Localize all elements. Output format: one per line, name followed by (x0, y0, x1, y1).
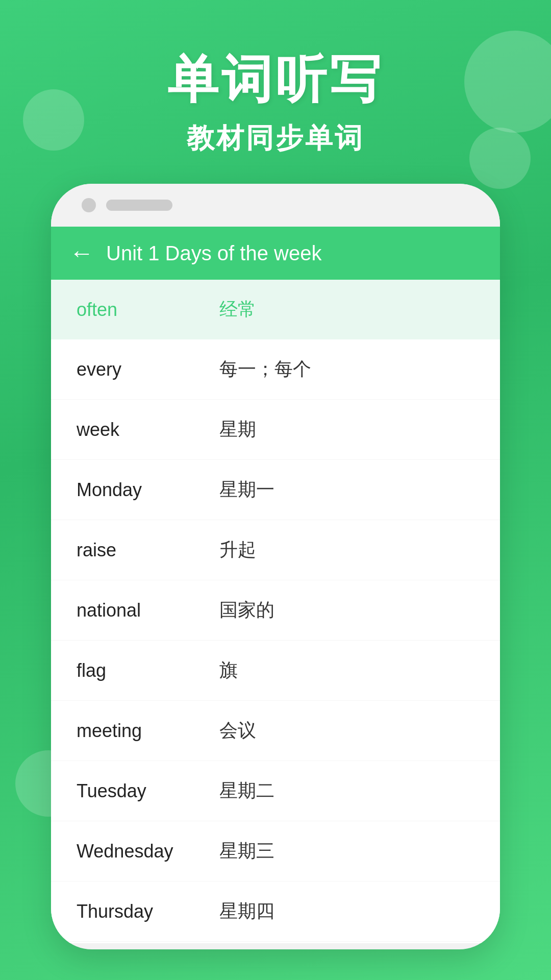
nav-title: Unit 1 Days of the week (106, 242, 321, 265)
word-chinese: 星期四 (219, 899, 274, 924)
word-english: Thursday (77, 901, 199, 922)
word-chinese: 会议 (219, 718, 256, 743)
word-item[interactable]: Thursday星期四 (51, 881, 500, 942)
word-chinese: 星期 (219, 417, 256, 442)
word-english: flag (77, 660, 199, 681)
word-item[interactable]: national国家的 (51, 580, 500, 641)
word-item[interactable]: often经常 (51, 280, 500, 339)
phone-camera (82, 198, 96, 212)
word-item[interactable]: Friday星期五 (51, 942, 500, 943)
header-area: 单词听写 教材同步单词 (0, 46, 551, 157)
word-english: Wednesday (77, 841, 199, 862)
word-item[interactable]: meeting会议 (51, 701, 500, 761)
word-chinese: 经常 (219, 297, 256, 322)
word-item[interactable]: flag旗 (51, 641, 500, 701)
phone-mockup: ← Unit 1 Days of the week often经常every每一… (51, 184, 500, 949)
word-english: Tuesday (77, 780, 199, 802)
word-chinese: 旗 (219, 658, 238, 683)
word-item[interactable]: Wednesday星期三 (51, 821, 500, 881)
word-item[interactable]: Tuesday星期二 (51, 761, 500, 821)
word-item[interactable]: week星期 (51, 400, 500, 460)
word-list: often经常every每一；每个week星期Monday星期一raise升起n… (51, 280, 500, 943)
back-button[interactable]: ← (69, 241, 94, 265)
word-chinese: 升起 (219, 537, 256, 562)
nav-bar: ← Unit 1 Days of the week (51, 227, 500, 280)
word-chinese: 国家的 (219, 598, 274, 623)
sub-title: 教材同步单词 (0, 120, 551, 157)
word-english: national (77, 600, 199, 621)
word-chinese: 星期一 (219, 477, 274, 502)
word-english: week (77, 419, 199, 440)
word-chinese: 星期二 (219, 778, 274, 803)
word-chinese: 星期三 (219, 839, 274, 864)
word-english: often (77, 299, 199, 321)
main-title: 单词听写 (0, 46, 551, 115)
word-item[interactable]: Monday星期一 (51, 460, 500, 520)
phone-topbar (51, 184, 500, 227)
word-chinese: 每一；每个 (219, 357, 311, 382)
word-item[interactable]: raise升起 (51, 520, 500, 580)
word-english: raise (77, 540, 199, 561)
word-english: Monday (77, 479, 199, 501)
word-english: meeting (77, 720, 199, 742)
word-item[interactable]: every每一；每个 (51, 339, 500, 400)
phone-speaker (106, 200, 172, 211)
word-english: every (77, 359, 199, 380)
